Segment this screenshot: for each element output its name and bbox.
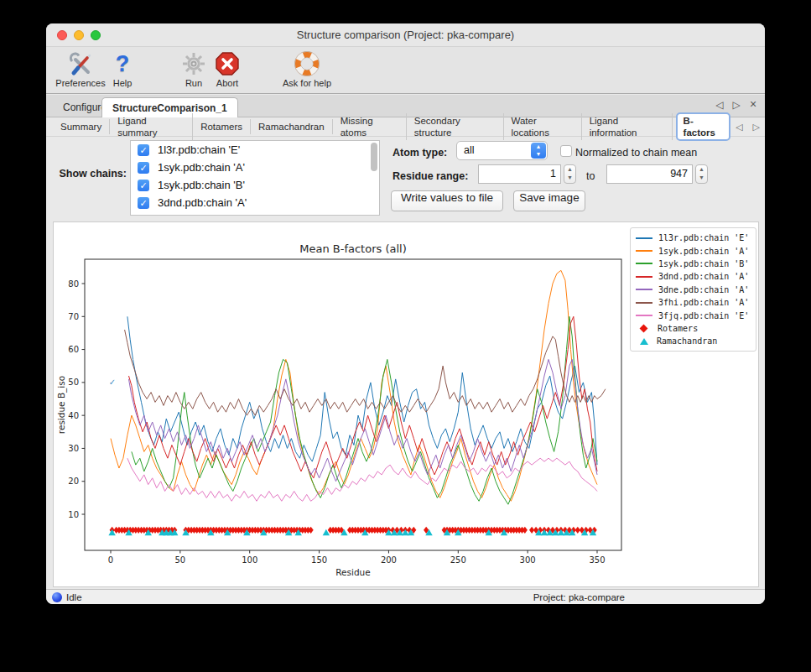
checkbox-checked-icon[interactable]: ✓	[138, 180, 149, 191]
tools-icon	[55, 50, 107, 77]
list-item[interactable]: ✓ 3dnd.pdb:chain 'A'	[131, 194, 379, 211]
svg-text:40: 40	[68, 411, 79, 420]
subtab-rotamers[interactable]: Rotamers	[193, 119, 251, 134]
help-button[interactable]: ? Help	[108, 50, 137, 92]
residue-from-input[interactable]: 1	[478, 164, 561, 184]
preferences-label: Preferences	[55, 78, 107, 88]
status-text: Idle	[66, 592, 82, 602]
legend-label: 1syk.pdb:chain 'B'	[658, 259, 749, 268]
ask-for-help-button[interactable]: Ask for help	[278, 50, 336, 92]
show-chains-label: Show chains:	[53, 168, 127, 180]
legend-line-swatch	[636, 302, 652, 304]
legend-line-swatch	[636, 315, 652, 316]
title-bar: Structure comparison (Project: pka-compa…	[46, 23, 765, 47]
subtab-water-locations[interactable]: Water locations	[504, 113, 582, 140]
legend-label: 1syk.pdb:chain 'A'	[658, 247, 749, 256]
abort-label: Abort	[211, 78, 244, 88]
residue-range-label: Residue range:	[393, 170, 468, 182]
chain-label: 3dnd.pdb:chain 'A'	[158, 196, 247, 209]
normalized-label: Normalized to chain mean	[575, 147, 697, 159]
ramachandran-triangle-icon	[640, 338, 648, 345]
abort-icon	[211, 50, 244, 77]
chevron-up-down-icon: ▲▼	[531, 143, 546, 159]
svg-text:0: 0	[108, 555, 113, 565]
normalized-checkbox[interactable]	[560, 145, 572, 157]
subtab-ramachandran[interactable]: Ramachandran	[251, 119, 333, 134]
legend-label: Rotamers	[658, 324, 698, 333]
atom-type-label: Atom type:	[393, 147, 447, 159]
legend-label: Ramachandran	[657, 336, 717, 346]
svg-text:residue B_iso: residue B_iso	[56, 376, 67, 434]
to-label: to	[586, 170, 595, 182]
svg-text:50: 50	[68, 378, 79, 387]
subtab-ligand-summary[interactable]: Ligand summary	[110, 113, 193, 140]
subtab-scroll-right-icon[interactable]: ▷	[748, 122, 765, 133]
legend-line-swatch	[636, 237, 652, 239]
scrollbar[interactable]	[370, 143, 377, 213]
svg-text:Mean B-factors (all): Mean B-factors (all)	[299, 242, 407, 255]
tab-scroll-left-icon[interactable]: ◁	[712, 99, 727, 111]
subtab-b-factors[interactable]: B-factors	[676, 112, 730, 141]
chart-panel: Mean B-factors (all)05010015020025030035…	[53, 221, 759, 587]
legend-label: 3fjq.pdb:chain 'E'	[658, 311, 749, 320]
help-label: Help	[108, 78, 137, 88]
subtab-missing-atoms[interactable]: Missing atoms	[333, 113, 407, 140]
atom-type-value: all	[464, 144, 475, 156]
atom-type-select[interactable]: all ▲▼	[456, 141, 548, 160]
legend-label: 3dne.pdb:chain 'A'	[658, 285, 749, 294]
svg-text:30: 30	[68, 444, 79, 453]
legend-label: 3dnd.pdb:chain 'A'	[658, 272, 749, 281]
write-values-button[interactable]: Write values to file	[391, 190, 503, 211]
run-button[interactable]: Run	[179, 50, 209, 92]
question-icon: ?	[108, 50, 137, 77]
list-item[interactable]: ✓ 1l3r.pdb:chain 'E'	[131, 141, 379, 159]
abort-button[interactable]: Abort	[211, 50, 244, 92]
chain-label: 1syk.pdb:chain 'A'	[158, 161, 245, 174]
svg-text:50: 50	[174, 555, 185, 565]
tab-close-icon[interactable]: ×	[746, 97, 761, 111]
subtab-summary[interactable]: Summary	[53, 119, 110, 134]
svg-text:20: 20	[68, 477, 79, 486]
ask-for-help-label: Ask for help	[278, 78, 336, 88]
list-item[interactable]: ✓ 1syk.pdb:chain 'A'	[131, 159, 379, 176]
scrollbar-thumb[interactable]	[371, 143, 377, 171]
svg-text:200: 200	[381, 555, 397, 565]
legend-line-swatch	[636, 276, 652, 278]
rotamers-diamond-icon	[640, 324, 648, 332]
toolbar: Preferences ? Help Run	[46, 47, 765, 94]
svg-text:✓: ✓	[109, 378, 116, 387]
svg-text:350: 350	[589, 555, 605, 565]
chain-label: 1syk.pdb:chain 'B'	[158, 179, 245, 191]
gear-icon	[179, 50, 209, 77]
sub-tab-bar: Summary Ligand summary Rotamers Ramachan…	[46, 117, 765, 137]
chain-list[interactable]: ✓ 1l3r.pdb:chain 'E' ✓ 1syk.pdb:chain 'A…	[130, 140, 380, 216]
preferences-button[interactable]: Preferences	[55, 50, 107, 92]
save-image-button[interactable]: Save image	[513, 190, 585, 211]
run-label: Run	[179, 78, 209, 88]
svg-text:70: 70	[68, 312, 79, 321]
checkbox-checked-icon[interactable]: ✓	[138, 162, 149, 174]
list-item[interactable]: ✓ 1syk.pdb:chain 'B'	[131, 176, 379, 194]
subtab-ligand-information[interactable]: Ligand information	[582, 113, 673, 140]
residue-to-input[interactable]: 947	[606, 164, 693, 184]
svg-text:Residue: Residue	[335, 567, 370, 577]
checkbox-checked-icon[interactable]: ✓	[138, 144, 149, 156]
legend-label: 3fhi.pdb:chain 'A'	[658, 298, 749, 307]
legend-label: 1l3r.pdb:chain 'E'	[658, 233, 749, 242]
svg-text:100: 100	[242, 555, 257, 565]
tab-scroll-right-icon[interactable]: ▷	[729, 99, 744, 111]
legend-line-swatch	[636, 289, 652, 290]
legend-line-swatch	[636, 250, 652, 252]
residue-to-stepper[interactable]: ▲▼	[695, 164, 708, 184]
svg-text:80: 80	[68, 279, 79, 289]
residue-from-stepper[interactable]: ▲▼	[564, 164, 576, 184]
lifebuoy-icon	[278, 50, 336, 77]
checkbox-checked-icon[interactable]: ✓	[138, 197, 149, 209]
subtab-secondary-structure[interactable]: Secondary structure	[407, 113, 504, 140]
svg-text:300: 300	[520, 555, 536, 565]
status-bar: Idle Project: pka-compare	[46, 589, 765, 604]
chart-legend: 1l3r.pdb:chain 'E' 1syk.pdb:chain 'A' 1s…	[630, 227, 756, 352]
subtab-scroll-left-icon[interactable]: ◁	[730, 122, 747, 133]
chain-label: 1l3r.pdb:chain 'E'	[158, 143, 240, 156]
svg-text:250: 250	[450, 555, 466, 565]
